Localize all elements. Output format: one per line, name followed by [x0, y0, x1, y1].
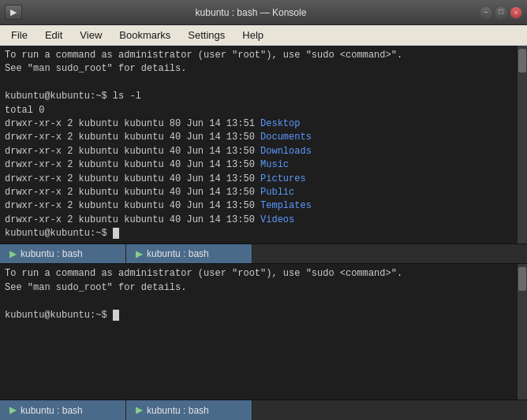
- dir-music: Music: [260, 159, 289, 170]
- minimize-button[interactable]: –: [480, 6, 492, 19]
- tab-2-top[interactable]: ▶ kubuntu : bash: [126, 244, 252, 263]
- tab1-icon: ▶: [9, 249, 16, 259]
- dir-public: Public: [260, 187, 294, 198]
- bottom-scrollbar-thumb[interactable]: [518, 267, 526, 291]
- menu-help[interactable]: Help: [234, 27, 271, 43]
- terminal-wrapper: To run a command as administrator (user …: [0, 46, 527, 420]
- title-menu-button[interactable]: ▶: [5, 5, 22, 20]
- window-title: kubuntu : bash — Konsole: [22, 7, 480, 18]
- menu-settings[interactable]: Settings: [180, 27, 233, 43]
- tab-2-bottom[interactable]: ▶ kubuntu : bash: [126, 400, 252, 420]
- menu-file[interactable]: File: [3, 27, 36, 43]
- dir-videos: Videos: [260, 214, 294, 225]
- top-scrollbar-thumb[interactable]: [518, 49, 526, 72]
- maximize-button[interactable]: □: [495, 6, 507, 19]
- bottom-terminal-content[interactable]: To run a command as administrator (user …: [0, 264, 527, 400]
- dir-desktop: Desktop: [260, 118, 300, 129]
- tab-1-top[interactable]: ▶ kubuntu : bash: [0, 244, 126, 263]
- top-scrollbar[interactable]: [518, 46, 527, 243]
- bottom-scrollbar[interactable]: [518, 264, 527, 400]
- top-terminal-pane: To run a command as administrator (user …: [0, 46, 527, 243]
- menu-bar: File Edit View Bookmarks Settings Help: [0, 25, 527, 46]
- btab1-label: kubuntu : bash: [21, 405, 83, 416]
- tab2-label: kubuntu : bash: [147, 248, 209, 259]
- title-bar: ▶ kubuntu : bash — Konsole – □ ✕: [0, 0, 527, 25]
- menu-bookmarks[interactable]: Bookmarks: [111, 27, 178, 43]
- sudo-notice-bottom: To run a command as administrator (user …: [5, 267, 513, 322]
- btab2-icon: ▶: [136, 405, 142, 415]
- menu-edit[interactable]: Edit: [37, 27, 70, 43]
- tab1-label: kubuntu : bash: [21, 248, 83, 259]
- dir-pictures: Pictures: [260, 173, 306, 184]
- cursor-top: [113, 228, 119, 239]
- btab2-label: kubuntu : bash: [147, 405, 209, 416]
- close-button[interactable]: ✕: [510, 6, 522, 19]
- dir-documents: Documents: [260, 132, 312, 143]
- cursor-bottom: [113, 310, 119, 321]
- window-controls: – □ ✕: [480, 6, 522, 19]
- top-terminal-content[interactable]: To run a command as administrator (user …: [0, 46, 527, 243]
- middle-tab-bar: ▶ kubuntu : bash ▶ kubuntu : bash: [0, 243, 527, 264]
- sudo-notice-top: To run a command as administrator (user …: [5, 49, 513, 240]
- btab1-icon: ▶: [9, 405, 16, 415]
- bottom-tab-bar: ▶ kubuntu : bash ▶ kubuntu : bash: [0, 400, 527, 420]
- dir-downloads: Downloads: [260, 146, 312, 157]
- tab-1-bottom[interactable]: ▶ kubuntu : bash: [0, 400, 126, 420]
- bottom-terminal-pane: To run a command as administrator (user …: [0, 264, 527, 400]
- tab2-icon: ▶: [136, 249, 142, 259]
- dir-templates: Templates: [260, 200, 312, 211]
- title-bar-left: ▶: [5, 5, 22, 20]
- menu-view[interactable]: View: [72, 27, 110, 43]
